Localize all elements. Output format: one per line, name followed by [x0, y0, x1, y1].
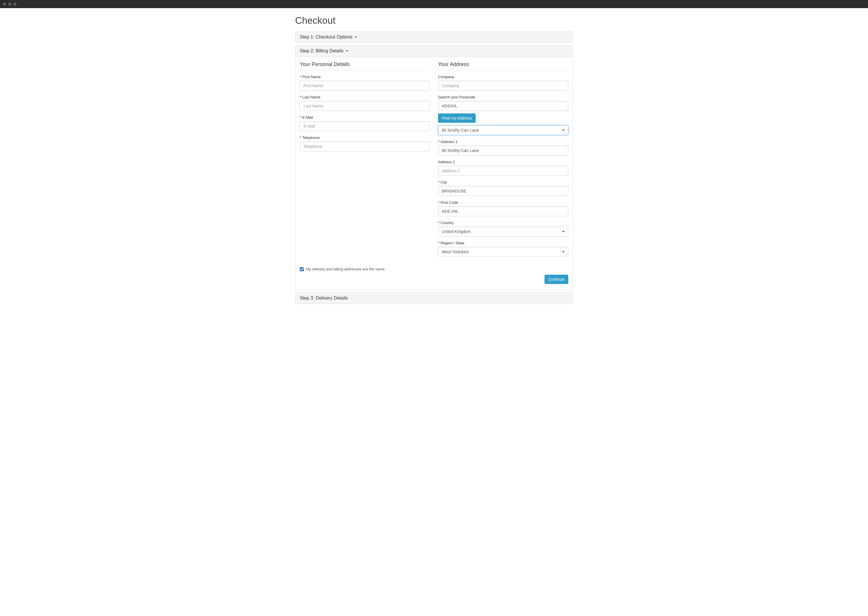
- step-1-heading[interactable]: Step 1: Checkout Options: [295, 31, 573, 42]
- step-3-title: Step 3: Delivery Details: [300, 295, 348, 301]
- step-2-body: Your Personal Details First Name Last Na…: [295, 57, 573, 290]
- last-name-label: Last Name: [300, 95, 430, 99]
- country-label: Country: [438, 221, 568, 225]
- email-input[interactable]: [300, 121, 430, 131]
- address-1-input[interactable]: [438, 146, 568, 156]
- panel-step-2: Step 2: Billing Details Your Personal De…: [295, 45, 573, 290]
- company-label: Company: [438, 75, 568, 79]
- step-1-title: Step 1: Checkout Options: [300, 35, 353, 40]
- step-3-heading[interactable]: Step 3: Delivery Details: [295, 293, 573, 304]
- same-address-label: My delivery and billing addresses are th…: [306, 267, 386, 271]
- personal-details-legend: Your Personal Details: [300, 61, 430, 70]
- address-1-label: Address 1: [438, 140, 568, 144]
- telephone-input[interactable]: [300, 141, 430, 151]
- step-2-title: Step 2: Billing Details: [300, 48, 343, 53]
- address-legend: Your Address: [438, 61, 568, 70]
- city-input[interactable]: [438, 186, 568, 196]
- address-col: Your Address Company Search your Postcod…: [438, 61, 568, 261]
- page-title: Checkout: [295, 15, 573, 26]
- company-input[interactable]: [438, 81, 568, 91]
- region-label: Region / State: [438, 241, 568, 245]
- address-2-label: Address 2: [438, 160, 568, 164]
- postcode-search-input[interactable]: [438, 101, 568, 111]
- last-name-input[interactable]: [300, 101, 430, 111]
- caret-down-icon: [355, 36, 357, 38]
- step-2-heading[interactable]: Step 2: Billing Details: [295, 46, 573, 57]
- caret-down-icon: [346, 50, 348, 52]
- postcode-search-label: Search your Postcode: [438, 95, 568, 99]
- first-name-input[interactable]: [300, 81, 430, 91]
- page-content: Checkout Step 1: Checkout Options Step 2…: [291, 8, 577, 315]
- personal-details-col: Your Personal Details First Name Last Na…: [300, 61, 430, 261]
- post-code-label: Post Code: [438, 200, 568, 205]
- window-dot: [13, 3, 17, 6]
- same-address-row[interactable]: My delivery and billing addresses are th…: [300, 267, 568, 271]
- window-dot: [8, 3, 11, 6]
- window-titlebar: [0, 0, 868, 8]
- region-select[interactable]: West Yorkshire: [438, 247, 568, 257]
- continue-button[interactable]: Continue: [545, 275, 568, 284]
- same-address-checkbox[interactable]: [300, 267, 304, 271]
- address-select[interactable]: 80 Smithy Carr Lane: [438, 125, 568, 135]
- first-name-label: First Name: [300, 75, 430, 79]
- panel-step-3: Step 3: Delivery Details: [295, 292, 573, 304]
- post-code-input[interactable]: [438, 206, 568, 216]
- find-address-button[interactable]: Find my Address: [438, 113, 476, 123]
- country-select[interactable]: United Kingdom: [438, 227, 568, 237]
- window-dot: [3, 3, 6, 6]
- address-2-input[interactable]: [438, 166, 568, 176]
- panel-step-1: Step 1: Checkout Options: [295, 31, 573, 43]
- telephone-label: Telephone: [300, 135, 430, 140]
- city-label: City: [438, 180, 568, 184]
- email-label: E-Mail: [300, 115, 430, 119]
